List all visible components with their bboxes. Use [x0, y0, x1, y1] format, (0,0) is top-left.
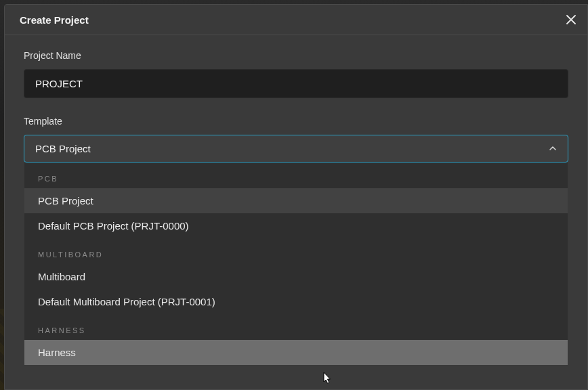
template-select-trigger[interactable]: PCB Project: [24, 135, 568, 162]
group-label-harness: HARNESS: [24, 314, 568, 340]
template-label: Template: [24, 116, 568, 127]
template-select: PCB Project PCB PCB Project Default PCB …: [24, 135, 568, 162]
project-name-input[interactable]: [24, 69, 568, 98]
dialog-body: Project Name Template PCB Project PCB PC…: [5, 35, 587, 389]
create-project-dialog: Create Project Project Name Template PCB…: [4, 4, 588, 390]
template-selected-value: PCB Project: [35, 143, 91, 154]
chevron-up-icon: [549, 143, 557, 154]
option-harness[interactable]: Harness: [24, 340, 568, 365]
group-label-multiboard: MULTIBOARD: [24, 238, 568, 264]
group-label-pcb: PCB: [24, 162, 568, 188]
option-default-multiboard-project[interactable]: Default Multiboard Project (PRJT-0001): [24, 289, 568, 314]
option-multiboard[interactable]: Multiboard: [24, 264, 568, 289]
template-dropdown: PCB PCB Project Default PCB Project (PRJ…: [24, 162, 568, 366]
option-default-pcb-project[interactable]: Default PCB Project (PRJT-0000): [24, 213, 568, 238]
close-icon[interactable]: [564, 13, 578, 26]
project-name-label: Project Name: [24, 50, 568, 61]
dialog-header: Create Project: [5, 5, 587, 35]
option-pcb-project[interactable]: PCB Project: [24, 188, 568, 213]
dialog-title: Create Project: [20, 14, 89, 26]
